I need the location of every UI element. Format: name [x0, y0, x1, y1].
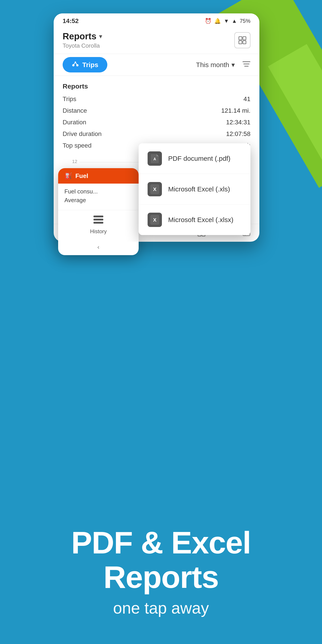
fuel-tab[interactable]: ⛽ Fuel — [58, 168, 139, 184]
vehicle-name: Toyota Corolla — [62, 42, 102, 49]
duration-value: 12:34:31 — [226, 119, 250, 126]
drive-duration-value: 12:07:58 — [226, 130, 250, 138]
top-speed-label: Top speed — [62, 142, 92, 149]
svg-rect-3 — [243, 41, 246, 44]
svg-text:12: 12 — [72, 159, 77, 164]
app-title: Reports — [62, 31, 96, 41]
fuel-tab-icon: ⛽ — [64, 172, 72, 180]
svg-rect-0 — [239, 37, 242, 40]
trips-tab-label: Trips — [82, 61, 98, 69]
svg-rect-49 — [94, 222, 103, 224]
xlsx-icon: X — [148, 213, 162, 227]
status-icons: ⏰ 🔔 ▼ ▲ 75% — [205, 18, 250, 24]
history-icon — [93, 215, 104, 226]
pdf-label: PDF document (.pdf) — [168, 155, 230, 162]
drive-duration-label: Drive duration — [62, 130, 102, 138]
fuel-average-line: Average — [64, 197, 132, 204]
fuel-content: Fuel consu... Average — [58, 184, 139, 210]
app-header: Reports ▾ Toyota Corolla — [54, 27, 260, 54]
trips-value: 41 — [244, 96, 250, 103]
headline-main: PDF & ExcelReports — [0, 526, 322, 594]
export-xlsx-item[interactable]: X Microsoft Excel (.xlsx) — [139, 204, 250, 235]
battery-level: 75% — [240, 18, 250, 24]
svg-point-6 — [75, 62, 76, 63]
history-label: History — [90, 228, 107, 234]
reports-heading: Reports — [62, 82, 250, 90]
xlsx-label: Microsoft Excel (.xlsx) — [168, 216, 234, 224]
period-filter-row: This month ▾ — [196, 60, 250, 69]
stat-distance: Distance 121.14 mi. — [62, 105, 250, 116]
signal-icon: ▲ — [232, 18, 237, 24]
export-xls-item[interactable]: X Microsoft Excel (.xls) — [139, 174, 250, 204]
stat-duration: Duration 12:34:31 — [62, 116, 250, 128]
back-arrow[interactable]: ‹ — [58, 239, 139, 255]
headline-section: PDF & ExcelReports one tap away — [0, 526, 322, 617]
alarm-icon: ⏰ — [205, 18, 212, 24]
fuel-tab-label: Fuel — [75, 172, 88, 180]
trips-tab-icon — [72, 60, 79, 69]
svg-rect-2 — [239, 41, 242, 44]
settings-button[interactable] — [234, 32, 250, 48]
reports-section: Reports Trips 41 Distance 121.14 mi. Dur… — [54, 76, 260, 154]
stat-drive-duration: Drive duration 12:07:58 — [62, 128, 250, 140]
svg-text:A: A — [154, 157, 156, 161]
tab-bar: Trips This month ▾ — [54, 54, 260, 76]
period-selector[interactable]: This month ▾ — [196, 61, 235, 69]
headline-sub: one tap away — [0, 599, 322, 617]
period-arrow: ▾ — [232, 61, 235, 69]
phone-screen-fuel: ⛽ Fuel Fuel consu... Average History ‹ — [58, 168, 139, 255]
title-dropdown-arrow[interactable]: ▾ — [99, 33, 102, 40]
status-time: 14:52 — [62, 18, 79, 24]
svg-text:X: X — [153, 217, 156, 223]
svg-text:X: X — [153, 186, 156, 192]
header-left: Reports ▾ Toyota Corolla — [62, 31, 102, 49]
xls-label: Microsoft Excel (.xls) — [168, 185, 230, 193]
distance-value: 121.14 mi. — [221, 107, 250, 114]
status-bar: 14:52 ⏰ 🔔 ▼ ▲ 75% — [54, 14, 260, 27]
filter-icon[interactable] — [242, 60, 250, 69]
distance-label: Distance — [62, 107, 87, 114]
wifi-icon: ▼ — [224, 18, 229, 24]
export-popup: A PDF document (.pdf) X Microsoft Excel … — [139, 143, 250, 235]
stat-trips: Trips 41 — [62, 93, 250, 105]
history-section: History — [58, 210, 139, 239]
svg-rect-47 — [94, 216, 103, 217]
duration-label: Duration — [62, 119, 86, 126]
fuel-consumption-line: Fuel consu... — [64, 188, 132, 195]
export-pdf-item[interactable]: A PDF document (.pdf) — [139, 143, 250, 174]
pdf-icon: A — [148, 152, 162, 166]
svg-rect-48 — [94, 219, 103, 220]
mute-icon: 🔔 — [214, 18, 221, 24]
period-label: This month — [196, 61, 229, 69]
svg-rect-1 — [243, 37, 246, 40]
trips-label: Trips — [62, 96, 76, 103]
header-title-row[interactable]: Reports ▾ — [62, 31, 102, 41]
xls-icon: X — [148, 182, 162, 196]
trips-tab[interactable]: Trips — [62, 57, 107, 72]
phone-wrapper: 14:52 ⏰ 🔔 ▼ ▲ 75% Reports ▾ Toyota Corol… — [54, 14, 268, 242]
